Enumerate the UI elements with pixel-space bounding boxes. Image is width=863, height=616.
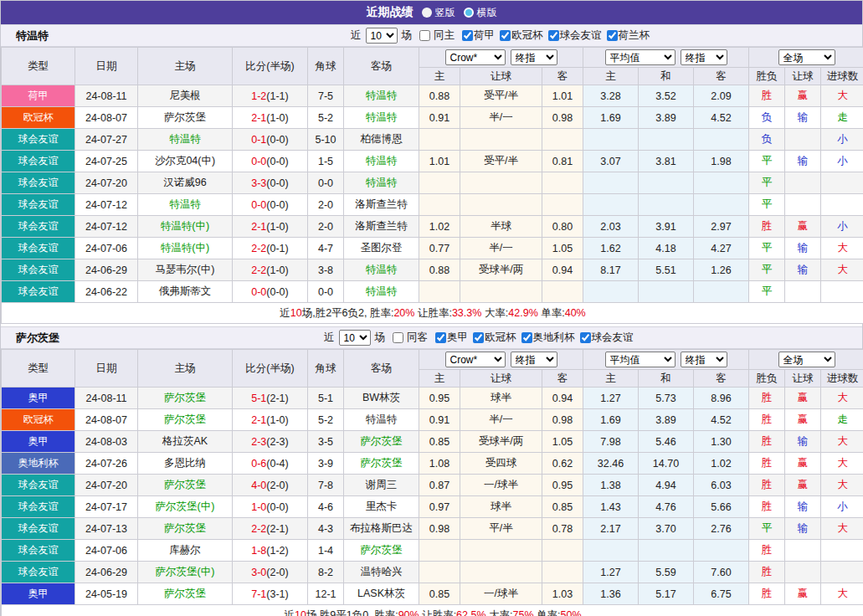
league-checkbox[interactable]: [607, 30, 618, 41]
corner-count: 0-0: [308, 172, 344, 194]
euro-home-odds: [583, 194, 639, 216]
league-badge: 球会友谊: [2, 281, 75, 303]
euro-away-odds: [694, 194, 749, 216]
col-odds-home: 主: [583, 68, 639, 85]
league-filter[interactable]: 球会友谊: [575, 331, 634, 345]
league-filter[interactable]: 荷甲: [457, 28, 495, 43]
away-team: 柏德博恩: [344, 129, 419, 151]
result-handicap: 输: [785, 496, 821, 518]
league-filter[interactable]: 球会友谊: [543, 28, 602, 43]
league-checkbox[interactable]: [500, 30, 511, 41]
final-odds-select2[interactable]: 终指: [681, 352, 727, 367]
handicap-home-odds: 0.91: [419, 107, 460, 129]
result-handicap: [785, 562, 821, 583]
section-bar-team1: 特温特 近 10 场 同主 荷甲欧冠杯球会友谊荷兰杯: [1, 24, 862, 47]
home-team: 特温特(中): [138, 216, 233, 238]
fulltime-score: 5-1: [251, 393, 266, 404]
score-cell: 2-2(2-1): [233, 518, 308, 540]
league-checkbox[interactable]: [473, 332, 484, 343]
result-goals: [821, 194, 863, 216]
radio-unselected-icon[interactable]: [464, 8, 474, 18]
same-venue-checkbox[interactable]: [419, 30, 430, 41]
league-filter[interactable]: 奥地利杯: [516, 331, 575, 345]
league-filter[interactable]: 欧冠杯: [468, 331, 516, 345]
corner-count: 3-5: [308, 431, 344, 453]
result-goals: 大: [821, 583, 863, 605]
league-checkbox[interactable]: [435, 332, 446, 343]
handicap-line: [460, 281, 542, 303]
league-badge: 球会友谊: [2, 216, 75, 238]
score-cell: 0-0(0-0): [233, 194, 308, 216]
handicap-away-odds: 0.98: [542, 107, 583, 129]
league-filter[interactable]: 荷兰杯: [602, 28, 650, 43]
result-handicap: 赢: [785, 388, 821, 409]
euro-draw-odds: 5.17: [639, 583, 694, 605]
euro-home-odds: 1.69: [583, 107, 639, 129]
match-date: 24-07-06: [75, 540, 138, 562]
team2-summary: 近10场,胜9平1负0, 胜率:90% 让胜率:62.5% 大率:75% 单率:…: [284, 609, 581, 616]
col-result-handicap: 让球: [785, 68, 821, 85]
corner-count: 3-8: [308, 259, 344, 281]
euro-away-odds: 4.27: [694, 238, 749, 259]
halftime-score: (0-0): [266, 501, 288, 513]
away-team: 特温特: [344, 85, 419, 107]
league-checkbox[interactable]: [548, 30, 559, 41]
average-select[interactable]: 平均值: [605, 49, 676, 65]
layout-option-vertical[interactable]: 竖版: [422, 6, 455, 20]
euro-home-odds: 1.69: [583, 409, 639, 431]
score-cell: 1-2(1-1): [233, 85, 308, 107]
fulltime-score: 2-2: [251, 243, 266, 254]
result-wdl: 胜: [749, 409, 785, 431]
euro-away-odds: [694, 281, 749, 303]
score-cell: 7-1(3-1): [233, 583, 308, 605]
result-goals: 大: [821, 85, 863, 107]
bookmaker-select[interactable]: Crow*: [445, 352, 506, 367]
match-row: 奥甲 24-05-19 萨尔茨堡 7-1(3-1) 12-1 LASK林茨 0.…: [2, 583, 863, 605]
euro-home-odds: 8.17: [583, 259, 639, 281]
league-checkbox[interactable]: [580, 332, 591, 343]
fulltime-select[interactable]: 全场: [778, 352, 835, 367]
halftime-score: (0-0): [266, 199, 288, 211]
euro-away-odds: 1.30: [694, 431, 749, 453]
handicap-line: 半球: [460, 216, 542, 238]
match-date: 24-07-20: [75, 475, 138, 496]
euro-draw-odds: 3.89: [639, 409, 694, 431]
handicap-home-odds: 0.98: [419, 518, 460, 540]
col-handicap-line: 让球: [460, 370, 542, 388]
radio-vertical-label: 竖版: [435, 6, 455, 20]
result-wdl: 平: [749, 151, 785, 172]
final-odds-select2[interactable]: 终指: [681, 49, 727, 65]
fulltime-select[interactable]: 全场: [778, 49, 835, 65]
home-team: 格拉茨AK: [138, 431, 233, 453]
corner-count: 4-7: [308, 238, 344, 259]
result-goals: 小: [821, 129, 863, 151]
final-odds-select[interactable]: 终指: [511, 352, 557, 367]
league-badge: 球会友谊: [2, 238, 75, 259]
halftime-score: (0-1): [266, 243, 288, 254]
league-filter[interactable]: 奥甲: [430, 331, 468, 345]
league-checkbox[interactable]: [521, 332, 532, 343]
result-handicap: 输: [785, 259, 821, 281]
result-wdl: 负: [749, 107, 785, 129]
match-date: 24-08-03: [75, 431, 138, 453]
match-row: 球会友谊 24-07-25 沙尔克04(中) 0-0(0-0) 1-5 特温特 …: [2, 151, 863, 172]
match-count-select[interactable]: 10: [339, 330, 371, 346]
euro-home-odds: 1.43: [583, 496, 639, 518]
away-team: LASK林茨: [344, 583, 419, 605]
layout-option-horizontal[interactable]: 横版: [464, 6, 497, 20]
bookmaker-select[interactable]: Crow*: [445, 49, 506, 65]
col-result-goals: 进球数: [821, 68, 863, 85]
halftime-score: (0-0): [266, 286, 288, 298]
radio-selected-icon[interactable]: [422, 8, 432, 18]
same-venue-checkbox[interactable]: [393, 332, 403, 343]
away-team: 谢周三: [344, 475, 419, 496]
match-count-select[interactable]: 10: [366, 28, 398, 44]
average-select[interactable]: 平均值: [605, 352, 676, 367]
fulltime-score: 7-1: [251, 588, 266, 600]
match-row: 球会友谊 24-06-29 萨尔茨堡(中) 3-0(2-0) 8-2 温特哈兴 …: [2, 562, 863, 583]
result-handicap: [785, 194, 821, 216]
league-filter[interactable]: 欧冠杯: [495, 28, 543, 43]
home-team: 尼美根: [138, 85, 233, 107]
league-checkbox[interactable]: [462, 30, 473, 41]
final-odds-select[interactable]: 终指: [511, 49, 557, 65]
